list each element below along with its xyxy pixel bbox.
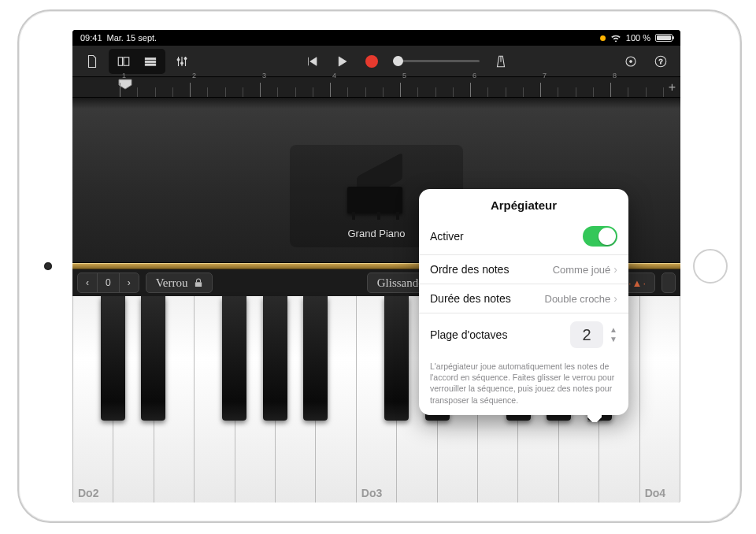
svg-point-5 xyxy=(177,58,180,61)
note-order-row[interactable]: Ordre des notes Comme joué › xyxy=(419,255,628,284)
white-key[interactable] xyxy=(235,296,276,502)
master-volume-slider[interactable] xyxy=(388,50,484,72)
note-order-value: Comme joué xyxy=(553,264,611,276)
tracks-view-button[interactable] xyxy=(110,50,137,72)
loop-browser-button[interactable] xyxy=(137,50,164,72)
white-key[interactable] xyxy=(154,296,195,502)
white-key[interactable]: Do4 xyxy=(640,296,680,502)
note-length-row[interactable]: Durée des notes Double croche › xyxy=(419,284,628,313)
white-key[interactable] xyxy=(195,296,235,502)
status-date: Mar. 15 sept. xyxy=(107,33,158,43)
sustain-lock-button[interactable]: Verrou xyxy=(146,273,213,293)
white-key[interactable] xyxy=(113,296,154,502)
arpeggiator-icon: ·▲· xyxy=(628,277,647,289)
octave-range-value: 2 xyxy=(570,321,603,348)
popover-title: Arpégiateur xyxy=(419,198,628,212)
note-order-label: Ordre des notes xyxy=(430,263,509,276)
white-key[interactable] xyxy=(276,296,316,502)
help-button[interactable]: ? xyxy=(647,50,674,72)
octave-down-button[interactable]: ‹ xyxy=(78,273,97,292)
white-key[interactable]: Do3 xyxy=(357,296,397,502)
note-length-value: Double croche xyxy=(545,293,611,305)
octave-stepper: ‹ 0 › xyxy=(77,273,139,293)
record-icon xyxy=(365,55,378,68)
front-camera xyxy=(44,262,52,270)
ipad-frame: 09:41 Mar. 15 sept. 100 % xyxy=(17,9,742,523)
chevron-right-icon: › xyxy=(613,292,617,305)
arpeggiator-popover: Arpégiateur Activer Ordre des notes Comm… xyxy=(419,189,628,415)
svg-point-9 xyxy=(630,60,632,62)
svg-rect-12 xyxy=(195,282,201,287)
add-section-button[interactable]: + xyxy=(669,80,676,95)
note-length-label: Durée des notes xyxy=(430,292,511,305)
octave-value: 0 xyxy=(97,273,119,292)
white-key[interactable]: Do2 xyxy=(72,296,113,502)
status-bar: 09:41 Mar. 15 sept. 100 % xyxy=(72,30,680,46)
view-group xyxy=(109,49,165,74)
record-button[interactable] xyxy=(358,50,385,72)
screen: 09:41 Mar. 15 sept. 100 % xyxy=(72,30,680,502)
octave-range-row: Plage d'octaves 2 ▲ ▼ xyxy=(419,313,628,356)
svg-rect-2 xyxy=(145,57,156,59)
wifi-icon xyxy=(610,34,621,42)
popover-description: L'arpégiateur joue automatiquement les n… xyxy=(419,356,628,407)
projects-button[interactable] xyxy=(79,50,106,72)
toolbar: ? xyxy=(72,46,680,77)
enable-label: Activer xyxy=(430,230,464,243)
octave-range-label: Plage d'octaves xyxy=(430,328,507,341)
settings-button[interactable] xyxy=(617,50,644,72)
location-indicator-icon xyxy=(600,35,606,41)
lock-icon xyxy=(195,278,202,287)
grand-piano-icon xyxy=(341,165,412,220)
metronome-button[interactable] xyxy=(487,50,514,72)
instrument-name: Grand Piano xyxy=(348,228,406,239)
mixer-button[interactable] xyxy=(169,50,195,72)
home-button[interactable] xyxy=(693,249,728,284)
verrou-label: Verrou xyxy=(156,276,188,290)
battery-percent: 100 % xyxy=(626,33,650,43)
chevron-right-icon: › xyxy=(613,263,617,276)
rewind-button[interactable] xyxy=(298,50,325,72)
play-button[interactable] xyxy=(328,50,355,72)
svg-text:?: ? xyxy=(658,57,662,65)
svg-point-6 xyxy=(181,61,183,64)
octave-up-button[interactable]: › xyxy=(119,273,139,292)
svg-point-7 xyxy=(184,57,187,59)
octave-range-down[interactable]: ▼ xyxy=(610,336,617,343)
enable-row: Activer xyxy=(419,218,628,254)
svg-rect-0 xyxy=(118,57,122,65)
svg-rect-3 xyxy=(145,61,156,62)
white-key[interactable] xyxy=(316,296,356,502)
battery-icon xyxy=(655,34,673,42)
enable-toggle[interactable] xyxy=(583,226,617,247)
svg-rect-4 xyxy=(145,64,156,65)
status-time: 09:41 xyxy=(80,33,102,43)
keyboard-layout-button[interactable] xyxy=(662,273,676,293)
octave-range-up[interactable]: ▲ xyxy=(610,326,617,334)
glissando-label: Glissando xyxy=(377,276,424,290)
timeline-ruler[interactable]: 12345678 + xyxy=(72,77,680,98)
svg-rect-1 xyxy=(124,57,129,65)
